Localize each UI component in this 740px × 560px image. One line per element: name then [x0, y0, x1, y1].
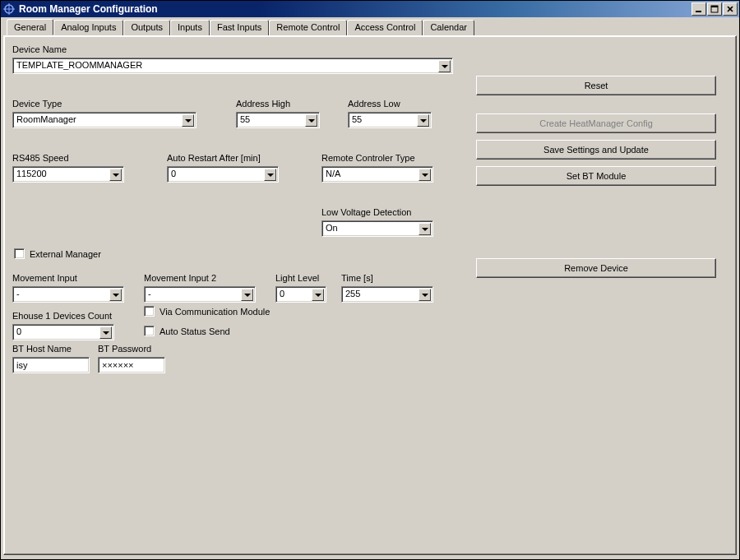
- dropdown-arrow-icon: [419, 169, 431, 181]
- window-controls: [691, 2, 738, 16]
- rs485-speed-value: 115200: [16, 169, 109, 178]
- device-name-label: Device Name: [12, 44, 67, 54]
- address-low-label: Address Low: [348, 99, 400, 109]
- movement-input-2-value: -: [148, 289, 240, 299]
- tab-calendar[interactable]: Calendar: [423, 20, 474, 36]
- rs485-speed-select[interactable]: 115200: [12, 166, 124, 183]
- page-content: Device Name TEMPLATE_ROOMMANAGER Device …: [6, 38, 734, 553]
- dropdown-arrow-icon: [109, 169, 122, 181]
- external-manager-checkbox[interactable]: External Manager: [14, 248, 101, 259]
- minimize-button[interactable]: [691, 2, 706, 16]
- movement-input-2-select[interactable]: -: [144, 286, 256, 303]
- dropdown-arrow-icon: [182, 114, 194, 127]
- dropdown-arrow-icon: [305, 114, 317, 127]
- device-name-select[interactable]: TEMPLATE_ROOMMANAGER: [12, 58, 453, 74]
- tab-outputs[interactable]: Outputs: [123, 20, 170, 36]
- address-high-select[interactable]: 55: [236, 112, 320, 128]
- ehouse1-count-label: Ehouse 1 Devices Count: [12, 311, 112, 321]
- tab-remote-control[interactable]: Remote Control: [269, 20, 347, 36]
- device-type-label: Device Type: [12, 99, 62, 109]
- bt-host-name-label: BT Host Name: [12, 344, 72, 354]
- remote-controller-type-select[interactable]: N/A: [321, 166, 433, 183]
- rs485-speed-label: RS485 Speed: [12, 153, 69, 163]
- tab-access-control[interactable]: Access Control: [347, 20, 423, 36]
- app-icon: [2, 2, 16, 16]
- set-bt-module-button[interactable]: Set BT Module: [476, 166, 716, 186]
- remote-controller-type-value: N/A: [326, 169, 418, 178]
- auto-restart-value: 0: [171, 169, 263, 178]
- reset-button-label: Reset: [585, 81, 608, 90]
- maximize-button[interactable]: [707, 2, 722, 16]
- device-type-select[interactable]: RoomManager: [12, 112, 197, 128]
- tab-fast-inputs[interactable]: Fast Inputs: [210, 20, 269, 36]
- window-title: Room Manager Configuration: [19, 3, 691, 15]
- low-voltage-select[interactable]: On: [321, 220, 433, 237]
- auto-restart-label: Auto Restart After [min]: [167, 153, 261, 163]
- bt-host-name-input[interactable]: [12, 357, 90, 373]
- auto-status-send-checkbox[interactable]: Auto Status Send: [144, 326, 230, 336]
- via-comm-module-checkbox[interactable]: Via Communication Module: [144, 306, 270, 317]
- svg-rect-3: [696, 11, 701, 12]
- client-area: General Analog Inputs Outputs Inputs Fas…: [1, 17, 739, 559]
- ehouse1-count-select[interactable]: 0: [12, 324, 114, 340]
- save-settings-button[interactable]: Save Settings and Update: [476, 140, 716, 160]
- light-level-value: 0: [280, 289, 311, 299]
- create-heatmanager-button[interactable]: Create HeatManager Config: [476, 113, 716, 133]
- dropdown-arrow-icon: [99, 326, 112, 339]
- device-type-value: RoomManager: [16, 114, 181, 124]
- movement-input-2-label: Movement Input 2: [144, 273, 216, 283]
- create-heatmanager-label: Create HeatManager Config: [539, 118, 653, 128]
- address-high-value: 55: [240, 114, 304, 124]
- remote-controller-type-label: Remote Controler Type: [321, 153, 415, 163]
- dropdown-arrow-icon: [312, 289, 324, 301]
- low-voltage-value: On: [326, 223, 418, 233]
- dropdown-arrow-icon: [109, 289, 122, 301]
- close-button[interactable]: [723, 2, 738, 16]
- time-s-label: Time [s]: [341, 273, 373, 283]
- checkbox-box-icon: [14, 248, 25, 259]
- auto-status-send-label: Auto Status Send: [160, 326, 230, 336]
- reset-button[interactable]: Reset: [476, 76, 716, 95]
- svg-rect-5: [711, 6, 718, 7]
- save-settings-label: Save Settings and Update: [543, 145, 649, 155]
- movement-input-value: -: [16, 289, 109, 299]
- time-s-value: 255: [345, 289, 418, 299]
- address-high-label: Address High: [236, 99, 290, 109]
- tab-analog-inputs[interactable]: Analog Inputs: [53, 20, 123, 36]
- dropdown-arrow-icon: [241, 289, 253, 301]
- address-low-select[interactable]: 55: [348, 112, 432, 128]
- checkbox-box-icon: [144, 306, 155, 317]
- light-level-select[interactable]: 0: [275, 286, 326, 303]
- external-manager-label: External Manager: [30, 249, 101, 259]
- dropdown-arrow-icon: [419, 289, 431, 301]
- tab-general[interactable]: General: [7, 19, 53, 35]
- bt-password-input[interactable]: [98, 357, 165, 373]
- dropdown-arrow-icon: [419, 223, 431, 235]
- tab-inputs[interactable]: Inputs: [170, 20, 210, 36]
- address-low-value: 55: [352, 114, 416, 124]
- ehouse1-count-value: 0: [16, 326, 99, 336]
- bt-password-label: BT Password: [98, 344, 151, 354]
- light-level-label: Light Level: [275, 273, 319, 283]
- dropdown-arrow-icon: [438, 60, 451, 72]
- tab-page: Device Name TEMPLATE_ROOMMANAGER Device …: [3, 35, 737, 555]
- titlebar: Room Manager Configuration: [1, 1, 739, 17]
- device-name-value: TEMPLATE_ROOMMANAGER: [16, 60, 437, 70]
- window-frame: Room Manager Configuration General Analo…: [0, 0, 740, 560]
- dropdown-arrow-icon: [264, 169, 276, 181]
- tab-strip: General Analog Inputs Outputs Inputs Fas…: [7, 19, 737, 35]
- movement-input-label: Movement Input: [12, 273, 77, 283]
- movement-input-select[interactable]: -: [12, 286, 124, 303]
- dropdown-arrow-icon: [417, 114, 429, 127]
- checkbox-box-icon: [144, 326, 155, 336]
- low-voltage-label: Low Voltage Detection: [321, 207, 411, 217]
- time-s-select[interactable]: 255: [341, 286, 433, 303]
- via-comm-module-label: Via Communication Module: [160, 307, 270, 317]
- auto-restart-select[interactable]: 0: [167, 166, 279, 183]
- remove-device-label: Remove Device: [564, 263, 628, 273]
- remove-device-button[interactable]: Remove Device: [476, 258, 716, 278]
- set-bt-module-label: Set BT Module: [567, 171, 627, 181]
